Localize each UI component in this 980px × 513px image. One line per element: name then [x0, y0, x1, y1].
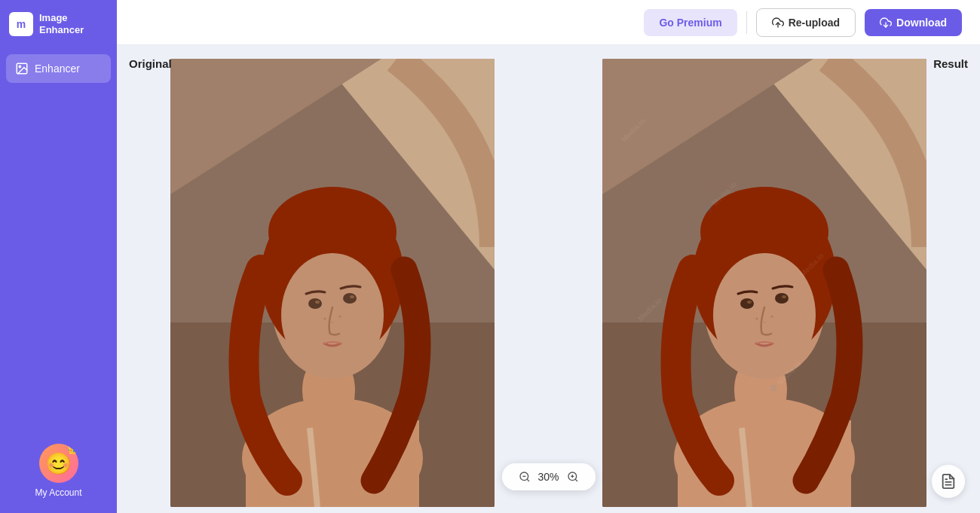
svg-point-32: [713, 253, 816, 377]
sidebar: m Image Enhancer Enhancer 😊 My Account: [0, 0, 117, 513]
svg-point-39: [764, 322, 765, 323]
original-label: Original: [129, 57, 172, 70]
logo-text: Image Enhancer: [39, 12, 84, 35]
zoom-controls: 30%: [502, 463, 596, 490]
header: Go Premium Re-upload Download: [117, 0, 980, 45]
feedback-button[interactable]: [932, 465, 965, 498]
zoom-in-button[interactable]: [562, 469, 583, 484]
sidebar-item-enhancer[interactable]: Enhancer: [6, 54, 111, 83]
svg-point-14: [281, 253, 384, 377]
logo-area: m Image Enhancer: [0, 0, 117, 48]
download-button[interactable]: Download: [865, 9, 962, 36]
svg-point-34: [775, 293, 789, 304]
account-section: 😊 My Account: [35, 444, 81, 498]
image-icon: [15, 62, 29, 75]
svg-point-36: [782, 295, 786, 298]
feedback-icon: [940, 473, 957, 490]
svg-line-46: [575, 479, 577, 481]
original-image: [170, 59, 495, 507]
svg-point-35: [747, 301, 752, 304]
original-panel: Original: [117, 45, 549, 513]
sidebar-nav: Enhancer: [0, 48, 117, 89]
go-premium-button[interactable]: Go Premium: [644, 9, 737, 36]
reupload-button[interactable]: Re-upload: [756, 8, 856, 37]
zoom-out-button[interactable]: [514, 469, 535, 484]
avatar[interactable]: 😊: [39, 444, 78, 483]
logo-icon: m: [9, 12, 33, 36]
svg-point-16: [343, 293, 357, 304]
upload-icon: [772, 17, 784, 29]
zoom-out-icon: [519, 471, 531, 483]
svg-point-38: [770, 316, 773, 318]
zoom-in-icon: [567, 471, 579, 483]
svg-point-33: [740, 298, 754, 309]
svg-line-43: [527, 479, 529, 481]
svg-point-19: [324, 318, 326, 320]
result-image: Media.io 🔷 Media.io Media.io 🔷 Media.io …: [602, 59, 926, 507]
svg-point-20: [339, 316, 341, 318]
content-area: Original: [117, 45, 980, 513]
zoom-value: 30%: [535, 471, 562, 483]
svg-point-18: [350, 295, 354, 298]
original-portrait-svg: [170, 59, 495, 507]
svg-point-37: [755, 318, 758, 320]
sidebar-item-label: Enhancer: [35, 63, 80, 75]
download-icon: [880, 17, 892, 29]
account-label: My Account: [35, 487, 81, 498]
result-panel: Result: [549, 45, 981, 513]
result-label: Result: [933, 57, 968, 70]
header-divider: [746, 11, 747, 34]
result-portrait-svg: [602, 59, 926, 507]
svg-point-1: [19, 66, 20, 67]
original-image-container: [117, 45, 549, 513]
result-image-container: Media.io 🔷 Media.io Media.io 🔷 Media.io …: [549, 45, 981, 513]
svg-point-21: [332, 322, 333, 323]
avatar-face: 😊: [45, 451, 72, 476]
svg-point-15: [308, 298, 322, 309]
svg-point-17: [315, 301, 320, 304]
main-content: Go Premium Re-upload Download Original: [117, 0, 980, 513]
